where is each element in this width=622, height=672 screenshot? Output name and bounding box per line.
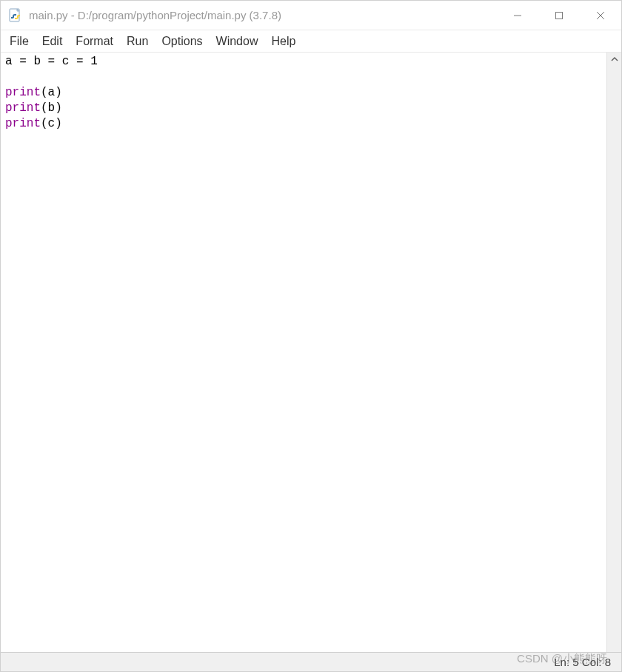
code-editor[interactable]: a = b = c = 1 print(a)print(b)print(c) [1,53,606,652]
menu-help[interactable]: Help [268,33,298,50]
code-line: a = b = c = 1 [5,54,602,70]
python-file-icon [8,8,23,23]
menu-edit[interactable]: Edit [39,33,66,50]
menu-window[interactable]: Window [213,33,261,50]
code-line: print(c) [5,116,602,132]
svg-rect-2 [556,12,563,19]
editor-wrap: a = b = c = 1 print(a)print(b)print(c) [1,53,621,652]
window-title: main.py - D:/program/pythonProject/main.… [29,9,497,21]
window-controls [497,1,621,30]
menu-format[interactable]: Format [73,33,116,50]
scroll-up-icon[interactable] [607,53,621,66]
minimize-button[interactable] [497,1,538,30]
code-line: print(b) [5,101,602,116]
menu-run[interactable]: Run [124,33,151,50]
menubar: File Edit Format Run Options Window Help [1,30,621,53]
maximize-button[interactable] [538,1,580,30]
statusbar: Ln: 5 Col: 8 [1,652,621,671]
code-line [5,70,602,85]
menu-options[interactable]: Options [158,33,205,50]
cursor-position: Ln: 5 Col: 8 [554,656,611,668]
vertical-scrollbar[interactable] [606,53,621,652]
code-line: print(a) [5,85,602,101]
close-button[interactable] [580,1,621,30]
menu-file[interactable]: File [7,33,32,50]
titlebar: main.py - D:/program/pythonProject/main.… [1,1,621,30]
